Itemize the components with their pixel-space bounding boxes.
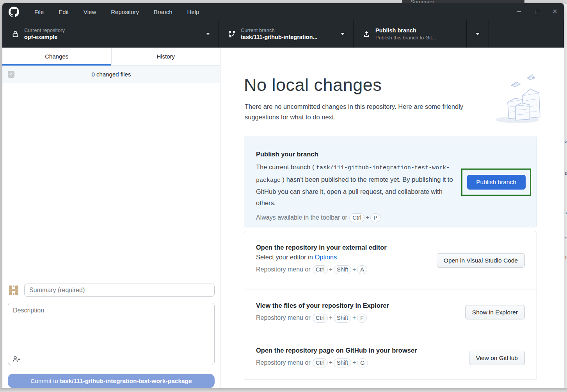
menu-branch[interactable]: Branch (146, 4, 180, 20)
current-repository-label: Current repository (24, 27, 65, 34)
toolbar: Current repository opf-example Current b… (2, 20, 564, 48)
current-repository-dropdown[interactable]: Current repository opf-example (2, 20, 219, 48)
select-all-checkbox[interactable]: ✓ (8, 71, 14, 78)
suggestion-external-editor: Open the repository in your external edi… (244, 231, 537, 289)
commit-summary-input[interactable] (24, 284, 215, 297)
edge-fragment: e (565, 236, 567, 240)
commit-button-prefix: Commit to (30, 378, 60, 384)
plus-sign: + (366, 214, 369, 221)
tab-changes[interactable]: Changes (2, 48, 111, 65)
kbd-shift: Shift (334, 265, 351, 274)
plus-sign: + (352, 314, 356, 321)
current-branch-name: task/111-github-integration... (241, 34, 318, 41)
chevron-down-icon (476, 33, 480, 35)
kbd-ctrl: Ctrl (313, 358, 328, 367)
page-title: No local changes (244, 75, 382, 95)
plus-sign: + (352, 359, 356, 366)
chevron-down-icon (341, 33, 345, 35)
plus-sign: + (329, 314, 332, 321)
publish-card-body-prefix: The current branch ( (256, 163, 316, 170)
edge-fragment: b (565, 140, 567, 144)
edge-fragment: S (565, 172, 567, 176)
options-link[interactable]: Options (315, 254, 337, 261)
current-branch-dropdown[interactable]: Current branch task/111-github-integrati… (219, 20, 354, 48)
suggestion-title: Open the repository in your external edi… (256, 244, 525, 251)
toolbar-empty-space (489, 20, 564, 48)
paper-stack-illustration (493, 73, 544, 125)
menu-file[interactable]: File (27, 4, 51, 20)
menu-edit[interactable]: Edit (51, 4, 76, 20)
github-desktop-window: File Edit View Repository Branch Help ✕ (2, 3, 564, 388)
kbd-shift: Shift (334, 314, 351, 323)
current-branch-label: Current branch (241, 27, 318, 34)
kbd-ctrl: Ctrl (349, 213, 364, 222)
window-controls: ✕ (510, 3, 564, 20)
plus-sign: + (329, 359, 332, 366)
plus-sign: + (352, 266, 356, 273)
edge-fragment: 6 (565, 255, 567, 259)
plus-sign: + (329, 266, 332, 273)
shortcut-prefix: Always available in the toolbar or (256, 214, 349, 221)
commit-button-branch: task/111-github-integration-test-work-pa… (60, 378, 192, 384)
edge-fragment: 3 (565, 211, 567, 215)
changed-files-count: 0 changed files (2, 71, 220, 78)
upload-icon (363, 30, 370, 38)
maximize-button[interactable] (528, 3, 546, 20)
background-window-right-edge: b S 3 e 6 (564, 4, 567, 388)
kbd-shift: Shift (334, 358, 351, 367)
changed-files-header: ✓ 0 changed files (2, 66, 220, 83)
suggestion-view-on-github: Open the repository page on GitHub in yo… (244, 334, 537, 380)
view-on-github-button[interactable]: View on GitHub (469, 351, 525, 365)
minimize-icon (517, 11, 521, 12)
desktop-background-bottom (0, 388, 567, 392)
menubar: File Edit View Repository Branch Help (27, 4, 206, 20)
close-icon: ✕ (552, 9, 557, 15)
menu-help[interactable]: Help (180, 4, 207, 20)
repository-lock-icon (12, 30, 19, 38)
avatar (8, 284, 20, 296)
close-button[interactable]: ✕ (546, 3, 564, 20)
sidebar-tabs: Changes History (2, 48, 220, 66)
publish-card-shortcut: Always available in the toolbar or Ctrl+… (256, 213, 525, 222)
editor-line-prefix: Select your editor in (256, 254, 315, 261)
publish-branch-dropdown-toggle[interactable] (467, 20, 489, 48)
changes-list-empty-area (2, 83, 220, 278)
publish-card-body: The current branch ( task/111-github-int… (256, 161, 457, 208)
screen: Summary b S 3 e 6 File Edit View Reposit… (0, 0, 567, 392)
shortcut-prefix: Repository menu or (256, 266, 312, 273)
add-coauthor-icon[interactable] (12, 356, 20, 363)
current-repository-name: opf-example (24, 34, 65, 41)
highlight-box: Publish branch (461, 169, 531, 196)
kbd-p: P (370, 213, 380, 222)
main-pane: No local changes There are no uncommitte… (220, 48, 564, 388)
open-in-vscode-button[interactable]: Open in Visual Studio Code (437, 253, 525, 268)
commit-description-input[interactable] (8, 303, 215, 365)
commit-form: Commit to task/111-github-integration-te… (2, 278, 220, 388)
page-subtitle: There are no uncommitted changes in this… (245, 101, 491, 122)
maximize-icon (535, 10, 539, 14)
publish-branch-toolbar-description: Publish this branch to Git... (375, 34, 436, 41)
kbd-g: G (357, 358, 368, 367)
commit-button[interactable]: Commit to task/111-github-integration-te… (8, 374, 215, 388)
git-branch-icon (228, 30, 236, 38)
kbd-ctrl: Ctrl (313, 265, 328, 274)
minimize-button[interactable] (510, 3, 528, 20)
menu-view[interactable]: View (76, 4, 103, 20)
chevron-down-icon (206, 33, 210, 35)
tab-history[interactable]: History (111, 48, 220, 65)
sidebar: Changes History ✓ 0 changed files (2, 48, 220, 388)
publish-branch-button[interactable]: Publish branch (467, 175, 526, 190)
titlebar: File Edit View Repository Branch Help ✕ (2, 3, 564, 20)
kbd-a: A (357, 265, 367, 274)
shortcut-prefix: Repository menu or (256, 359, 312, 366)
shortcut-prefix: Repository menu or (256, 314, 312, 321)
publish-card-body-suffix: ) hasn't been published to the remote ye… (256, 176, 453, 206)
publish-branch-toolbar-label: Publish branch (375, 27, 436, 34)
github-logo-icon (9, 7, 19, 17)
publish-branch-toolbar-button[interactable]: Publish branch Publish this branch to Gi… (354, 20, 467, 48)
kbd-f: F (357, 314, 367, 323)
suggestion-show-in-explorer: View the files of your repository in Exp… (244, 289, 537, 334)
menu-repository[interactable]: Repository (103, 4, 146, 20)
suggestions-card: Open the repository in your external edi… (244, 231, 537, 380)
show-in-explorer-button[interactable]: Show in Explorer (465, 305, 525, 319)
